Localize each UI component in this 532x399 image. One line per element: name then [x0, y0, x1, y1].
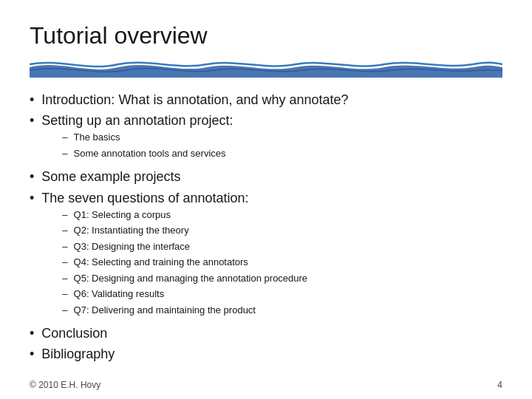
sub-item-4-5: – Q5: Designing and managing the annotat… — [62, 271, 307, 286]
bullet-text-6: Bibliography — [41, 345, 115, 364]
sub-text-4-5: Q5: Designing and managing the annotatio… — [74, 271, 308, 286]
sub-text-2-2: Some annotation tools and services — [74, 146, 226, 161]
bullet-6: • Bibliography — [30, 345, 502, 364]
bullet-4: • The seven questions of annotation: – Q… — [30, 189, 502, 321]
bullet-dot-3: • — [30, 168, 34, 186]
bullet-2: • Setting up an annotation project: – Th… — [30, 112, 502, 163]
sub-items-4: – Q1: Selecting a corpus – Q2: Instantia… — [62, 208, 307, 318]
bullet-text-4: The seven questions of annotation: — [41, 191, 248, 205]
sub-item-4-6: – Q6: Validating results — [62, 287, 307, 301]
slide-title: Tutorial overview — [30, 22, 502, 50]
sub-text-4-7: Q7: Delivering and maintaining the produ… — [74, 303, 256, 318]
content-area: • Introduction: What is annotation, and … — [30, 91, 502, 364]
sub-text-4-6: Q6: Validating results — [74, 287, 165, 301]
sub-item-2-2: – Some annotation tools and services — [62, 146, 233, 161]
sub-item-4-3: – Q3: Designing the interface — [62, 239, 307, 254]
bullet-dot-5: • — [30, 324, 34, 343]
sub-text-2-1: The basics — [74, 130, 120, 145]
sub-text-4-1: Q1: Selecting a corpus — [74, 208, 171, 222]
bullet-dot-2: • — [30, 112, 34, 130]
footer: © 2010 E.H. Hovy 4 — [30, 380, 502, 390]
wave-divider — [30, 57, 502, 78]
sub-item-2-1: – The basics — [62, 130, 233, 145]
sub-item-4-4: – Q4: Selecting and training the annotat… — [62, 255, 307, 270]
sub-item-4-1: – Q1: Selecting a corpus — [62, 208, 307, 222]
bullet-dot-6: • — [30, 345, 34, 364]
footer-right: 4 — [497, 380, 502, 390]
sub-text-4-4: Q4: Selecting and training the annotator… — [74, 255, 248, 270]
bullet-text-1: Introduction: What is annotation, and wh… — [41, 91, 348, 109]
bullet-dot-1: • — [30, 91, 34, 109]
sub-item-4-7: – Q7: Delivering and maintaining the pro… — [62, 303, 307, 318]
sub-text-4-3: Q3: Designing the interface — [74, 239, 191, 254]
bullet-3: • Some example projects — [30, 168, 502, 186]
bullet-5: • Conclusion — [30, 324, 502, 343]
bullet-text-5: Conclusion — [41, 324, 107, 343]
bullet-dot-4: • — [30, 189, 34, 208]
bullet-1: • Introduction: What is annotation, and … — [30, 91, 502, 109]
footer-left: © 2010 E.H. Hovy — [30, 380, 100, 390]
sub-items-2: – The basics – Some annotation tools and… — [62, 130, 233, 160]
sub-text-4-2: Q2: Instantiating the theory — [74, 223, 189, 238]
slide: Tutorial overview • Introduction: What i… — [0, 0, 532, 399]
bullet-text-2: Setting up an annotation project: — [41, 113, 233, 128]
bullet-text-3: Some example projects — [41, 168, 180, 186]
sub-item-4-2: – Q2: Instantiating the theory — [62, 223, 307, 238]
